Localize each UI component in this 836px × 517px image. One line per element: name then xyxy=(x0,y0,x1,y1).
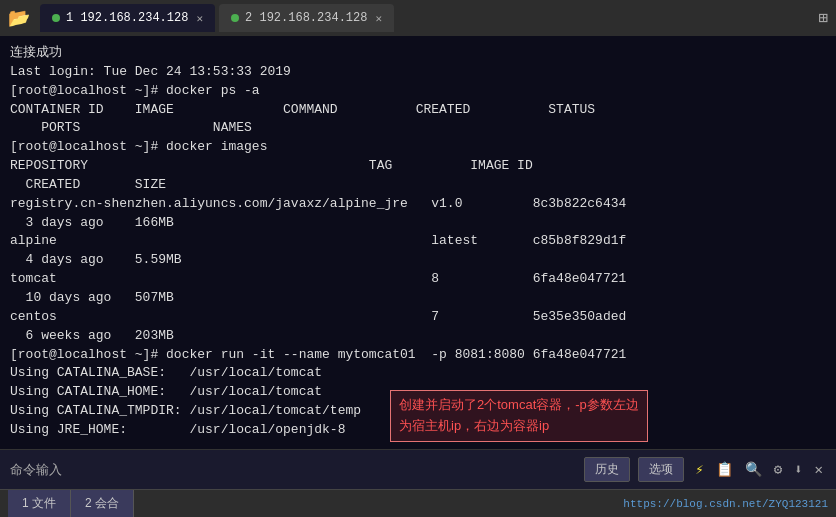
tab-2-label: 2 192.168.234.128 xyxy=(245,11,367,25)
annotation-line-1: 创建并启动了2个tomcat容器，-p参数左边 xyxy=(399,397,639,412)
lightning-icon[interactable]: ⚡ xyxy=(692,459,706,480)
terminal-line-21: Using JRE_HOME: /usr/local/openjdk-8 xyxy=(10,422,345,437)
terminal-line-14: 10 days ago 507MB xyxy=(10,290,174,305)
terminal-line-20: Using CATALINA_TMPDIR: /usr/local/tomcat… xyxy=(10,403,361,418)
terminal-line-7: REPOSITORY TAG IMAGE ID xyxy=(10,158,533,173)
history-button[interactable]: 历史 xyxy=(584,457,630,482)
terminal-line-11: alpine latest c85b8f829d1f xyxy=(10,233,626,248)
terminal-output: 连接成功 Last login: Tue Dec 24 13:53:33 201… xyxy=(0,36,836,449)
icon-bar: ⚡ 📋 🔍 ⚙ ⬇ ✕ xyxy=(692,459,826,480)
terminal-line-4: CONTAINER ID IMAGE COMMAND CREATED STATU… xyxy=(10,102,595,117)
annotation-line-2: 为宿主机ip，右边为容器ip xyxy=(399,418,549,433)
copy-icon[interactable]: 📋 xyxy=(713,459,736,480)
folder-icon[interactable]: 📂 xyxy=(8,7,30,29)
terminal-line-10: 3 days ago 166MB xyxy=(10,215,174,230)
terminal-line-17: [root@localhost ~]# docker run -it --nam… xyxy=(10,347,626,362)
terminal-line-3: [root@localhost ~]# docker ps -a xyxy=(10,83,260,98)
bottom-bar: 命令输入 历史 选项 ⚡ 📋 🔍 ⚙ ⬇ ✕ xyxy=(0,449,836,489)
select-button[interactable]: 选项 xyxy=(638,457,684,482)
terminal-line-15: centos 7 5e35e350aded xyxy=(10,309,626,324)
terminal-line-19: Using CATALINA_HOME: /usr/local/tomcat xyxy=(10,384,322,399)
tab-2-dot xyxy=(231,14,239,22)
terminal-line-12: 4 days ago 5.59MB xyxy=(10,252,182,267)
terminal-line-5: PORTS NAMES xyxy=(10,120,252,135)
download-icon[interactable]: ⬇ xyxy=(791,459,805,480)
status-bar: 1 文件 2 会合 https://blog.csdn.net/ZYQ12312… xyxy=(0,489,836,517)
status-tab-1[interactable]: 1 文件 xyxy=(8,490,71,517)
tab-2[interactable]: 2 192.168.234.128 ✕ xyxy=(219,4,394,32)
annotation-box: 创建并启动了2个tomcat容器，-p参数左边 为宿主机ip，右边为容器ip xyxy=(390,390,648,442)
terminal-line-9: registry.cn-shenzhen.aliyuncs.com/javaxz… xyxy=(10,196,626,211)
terminal-line-8: CREATED SIZE xyxy=(10,177,166,192)
close-icon[interactable]: ✕ xyxy=(812,459,826,480)
status-url: https://blog.csdn.net/ZYQ123121 xyxy=(623,498,828,510)
terminal-line-2: Last login: Tue Dec 24 13:53:33 2019 xyxy=(10,64,291,79)
tab-1[interactable]: 1 192.168.234.128 ✕ xyxy=(40,4,215,32)
command-input[interactable] xyxy=(70,462,576,477)
input-label: 命令输入 xyxy=(10,461,62,479)
terminal-line-16: 6 weeks ago 203MB xyxy=(10,328,174,343)
tab-2-close[interactable]: ✕ xyxy=(375,12,382,25)
terminal-line-18: Using CATALINA_BASE: /usr/local/tomcat xyxy=(10,365,322,380)
terminal-line-1: 连接成功 xyxy=(10,45,62,60)
tab-1-label: 1 192.168.234.128 xyxy=(66,11,188,25)
status-tab-2[interactable]: 2 会合 xyxy=(71,490,134,517)
tab-1-dot xyxy=(52,14,60,22)
settings-icon[interactable]: ⚙ xyxy=(771,459,785,480)
terminal-line-6: [root@localhost ~]# docker images xyxy=(10,139,267,154)
grid-icon[interactable]: ⊞ xyxy=(818,8,828,28)
terminal-line-13: tomcat 8 6fa48e047721 xyxy=(10,271,626,286)
search-icon[interactable]: 🔍 xyxy=(742,459,765,480)
tab-1-close[interactable]: ✕ xyxy=(196,12,203,25)
title-bar: 📂 1 192.168.234.128 ✕ 2 192.168.234.128 … xyxy=(0,0,836,36)
